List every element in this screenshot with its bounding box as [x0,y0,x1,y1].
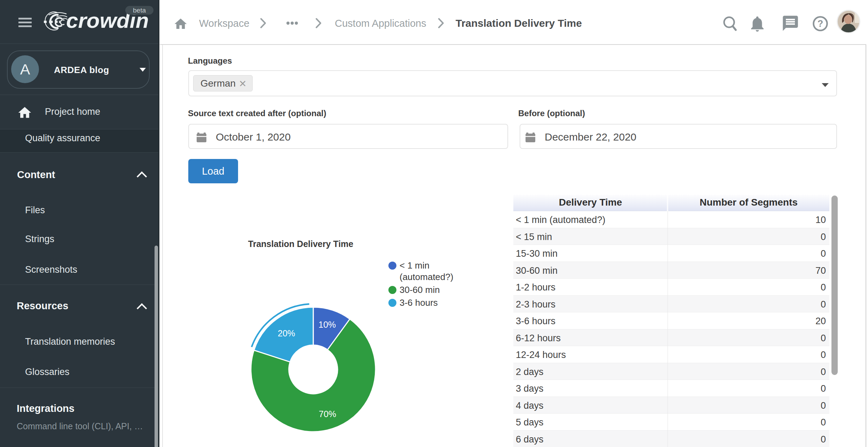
svg-text:?: ? [818,18,823,29]
